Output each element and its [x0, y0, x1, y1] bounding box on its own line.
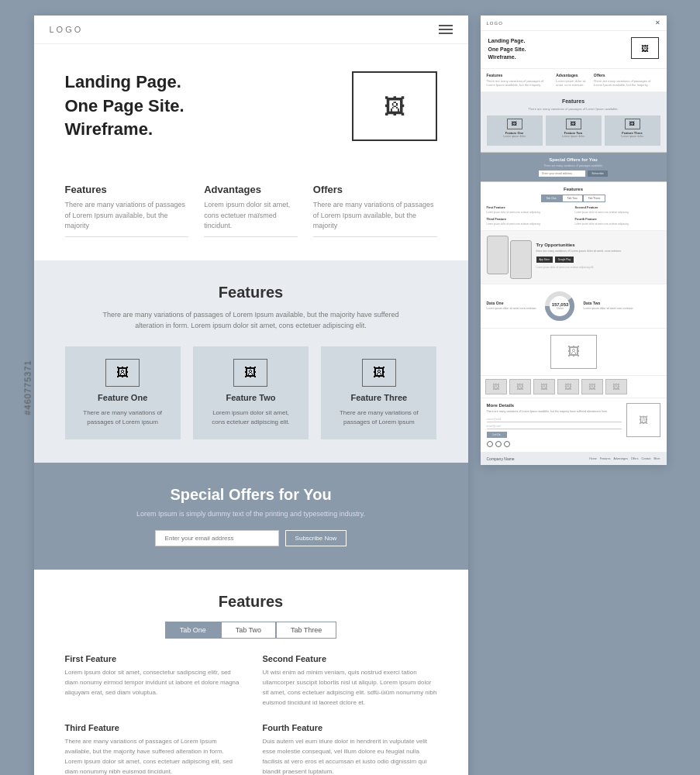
- footer-link-3[interactable]: Advantages: [613, 457, 628, 460]
- linkedin-icon[interactable]: [504, 441, 510, 447]
- feature-item-title-4: Fourth Feature: [263, 723, 437, 732]
- offers-title: Special Offers for You: [65, 486, 437, 504]
- twitter-icon[interactable]: [495, 441, 502, 447]
- email-field[interactable]: email@mail: [487, 424, 622, 429]
- side-tabs: Tab One Tab Two Tab Three: [487, 195, 660, 202]
- card-image-2: 🖼: [233, 359, 267, 387]
- card-text-2: Lorem ipsum dolor sit amet, cons ectetue…: [205, 408, 296, 427]
- footer-logo: Company Name: [487, 456, 515, 461]
- side-feat-1: First Feature Lorem ipsum dolor sit amet…: [487, 205, 572, 214]
- side-card-img-3: 🖼: [625, 119, 640, 129]
- feature-item-1: First Feature Lorem ipsum dolor sit amet…: [65, 654, 240, 708]
- try-text: there are many variations of Lorem ipsum…: [536, 250, 622, 253]
- feature-item-text-2: Ut wisi enim ad minim veniam, quis nostr…: [263, 668, 437, 708]
- feature-cards: 🖼 Feature One There are many variations …: [65, 346, 437, 439]
- detail-image: 🖼: [626, 403, 660, 437]
- submit-button[interactable]: Let Us: [487, 432, 507, 438]
- side-footer: Company Name Home Features Advantages Of…: [481, 453, 667, 465]
- side-email-input[interactable]: [539, 170, 585, 177]
- feature-item-text-4: Duis autem vel eum iriure dolor in hendr…: [263, 737, 437, 775]
- side-hero-image: 🖼: [631, 37, 659, 59]
- subscribe-button[interactable]: Subscribe Now: [285, 530, 347, 546]
- gallery-1: 🖼: [485, 379, 507, 394]
- side-wireframe: LOGO ✕ Landing Page.One Page Site.Wirefr…: [481, 16, 667, 465]
- side-subscribe-button[interactable]: Subscribe: [588, 170, 608, 177]
- social-icons: [487, 441, 622, 447]
- phone-mockup-1: [487, 236, 509, 274]
- main-header: LOGO: [34, 16, 468, 44]
- side-col-2: Advantages Lorem ipsum dolor sit amet, c…: [556, 73, 591, 88]
- side-card-2: 🖼 Feature Two Lorem ipsum dolor: [546, 115, 602, 146]
- footer-link-2[interactable]: Features: [600, 457, 611, 460]
- stat-text-1: Data One Lorem ipsum dolor sit amet cons…: [487, 301, 537, 311]
- card-title-2: Feature Two: [226, 393, 276, 402]
- feature-item-text-3: There are many variations of passages of…: [65, 737, 240, 775]
- try-title: Try Opportunities: [536, 243, 622, 247]
- footer-links: Home Features Advantages Offers Contact …: [589, 457, 660, 460]
- feature-item-3: Third Feature There are many variations …: [65, 723, 240, 775]
- donut-chart: 157,053 Users: [543, 289, 577, 323]
- features-title: Features: [65, 284, 437, 301]
- gallery-4: 🖼: [557, 379, 579, 394]
- email-input[interactable]: [155, 530, 279, 546]
- side-feature-cards: 🖼 Feature One Lorem ipsum dolor 🖼 Featur…: [487, 115, 660, 146]
- side-gallery-section: 🖼 🖼 🖼 🖼 🖼 🖼: [481, 376, 667, 398]
- side-three-col: Features There are many variations of pa…: [481, 69, 667, 92]
- feature-item-title-2: Second Feature: [263, 654, 437, 663]
- app-store-button[interactable]: App Store: [536, 257, 553, 263]
- side-tab-two[interactable]: Tab Two: [562, 195, 583, 202]
- side-tab-three[interactable]: Tab Three: [583, 195, 606, 202]
- tab-one[interactable]: Tab One: [165, 622, 221, 639]
- watermark: #460775371: [23, 360, 33, 415]
- side-close-icon[interactable]: ✕: [655, 19, 660, 26]
- side-email-row: Subscribe: [487, 170, 660, 177]
- side-offers-subtitle: There are many variations of passages av…: [487, 164, 660, 167]
- side-card-3: 🖼 Feature Three Lorem ipsum dolor: [605, 115, 660, 146]
- col-advantages: Advantages Lorem ipsum dolor sit amet, c…: [204, 184, 298, 237]
- feature-item-2: Second Feature Ut wisi enim ad minim ven…: [263, 654, 437, 708]
- features-tab-section: Features Tab One Tab Two Tab Three First…: [34, 570, 468, 775]
- main-hero: Landing Page. One Page Site. Wireframe. …: [34, 44, 468, 168]
- side-tab-section: Features Tab One Tab Two Tab Three First…: [481, 182, 667, 231]
- tab-three[interactable]: Tab Three: [276, 622, 336, 639]
- gallery-5: 🖼: [581, 379, 603, 394]
- side-feat-2: Second Feature Lorem ipsum dolor sit ame…: [575, 205, 660, 214]
- card-image-3: 🖼: [362, 359, 396, 387]
- feature-card-1: 🖼 Feature One There are many variations …: [65, 346, 181, 439]
- card-title-1: Feature One: [98, 393, 147, 402]
- features-grid: First Feature Lorem ipsum dolor sit amet…: [65, 654, 437, 775]
- feature-card-3: 🖼 Feature Three There are many variation…: [321, 346, 436, 439]
- side-feature-grid: First Feature Lorem ipsum dolor sit amet…: [487, 205, 660, 226]
- side-col-1: Features There are many variations of pa…: [487, 73, 553, 88]
- footer-link-6[interactable]: More: [654, 457, 660, 460]
- side-logo: LOGO: [487, 21, 503, 26]
- side-try-section: Try Opportunities there are many variati…: [481, 231, 667, 284]
- side-offers-title: Special Offers for You: [487, 157, 660, 162]
- side-feat-4: Fourth Feature Lorem ipsum dolor sit ame…: [575, 217, 660, 226]
- features-subtitle: There are many variations of passages of…: [96, 309, 406, 332]
- side-features-title: Features: [487, 98, 660, 104]
- side-features-section: Features There are many variations of pa…: [481, 92, 667, 153]
- footer-link-1[interactable]: Home: [589, 457, 596, 460]
- phone-mockup-2: [510, 240, 532, 279]
- email-row: Subscribe Now: [65, 530, 437, 546]
- side-large-img-section: 🖼: [481, 329, 667, 376]
- footer-link-4[interactable]: Offers: [631, 457, 638, 460]
- stat-label: Users: [552, 307, 569, 310]
- side-feat-3: Third Feature Lorem ipsum dolor sit amet…: [487, 217, 572, 226]
- facebook-icon[interactable]: [487, 441, 493, 447]
- feature-item-text-1: Lorem ipsum dolor sit amet, consectetur …: [65, 668, 240, 698]
- side-more-details: More Details There are many variations o…: [481, 398, 667, 453]
- name-field[interactable]: name@mail: [487, 417, 622, 422]
- three-col-section: Features There are many variations of pa…: [34, 168, 468, 260]
- side-tab-one[interactable]: Tab One: [541, 195, 562, 202]
- main-logo: LOGO: [50, 25, 84, 34]
- side-hero: Landing Page.One Page Site.Wireframe. 🖼: [481, 31, 667, 69]
- hamburger-menu[interactable]: [439, 25, 453, 34]
- tab-two[interactable]: Tab Two: [221, 622, 276, 639]
- footer-link-5[interactable]: Contact: [641, 457, 650, 460]
- google-play-button[interactable]: Google Play: [555, 257, 574, 263]
- side-stats-section: Data One Lorem ipsum dolor sit amet cons…: [481, 284, 667, 329]
- hero-image: 🖼: [352, 71, 437, 141]
- contact-fields: name@mail email@mail: [487, 417, 622, 429]
